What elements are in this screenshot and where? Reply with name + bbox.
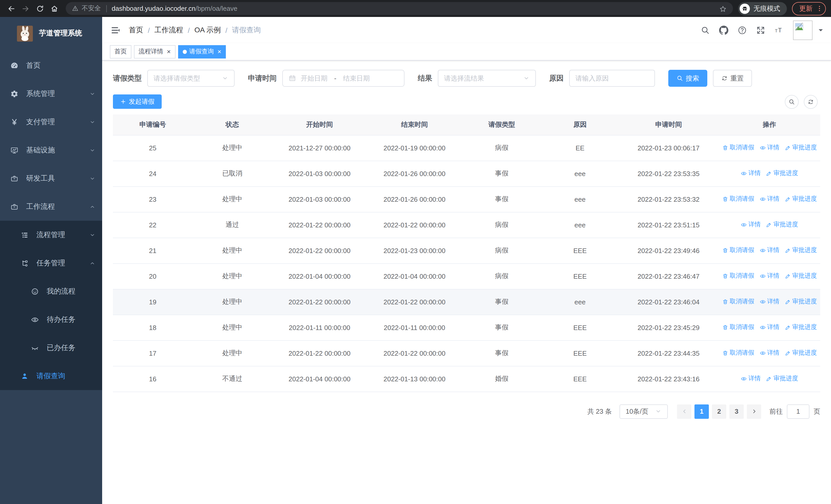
detail-action-link[interactable]: 详情 bbox=[741, 169, 761, 178]
close-icon[interactable]: × bbox=[218, 49, 221, 55]
table-cell: eee bbox=[542, 186, 619, 212]
reason-input[interactable] bbox=[575, 75, 649, 82]
refresh-table-button[interactable] bbox=[804, 95, 818, 109]
toggle-search-button[interactable] bbox=[785, 95, 799, 109]
close-icon[interactable]: × bbox=[167, 49, 171, 55]
cancel-action-link[interactable]: 取消请假 bbox=[722, 144, 754, 152]
sidebar-item-system-management[interactable]: 系统管理 bbox=[0, 80, 102, 108]
progress-action-link[interactable]: 审批进度 bbox=[784, 246, 817, 255]
sidebar-item-payment-management[interactable]: 支付管理 bbox=[0, 108, 102, 136]
detail-action-link[interactable]: 详情 bbox=[741, 375, 761, 383]
address-bar[interactable]: 不安全 dashboard.yudao.iocoder.cn/bpm/oa/le… bbox=[66, 2, 733, 15]
sidebar-item-label: 任务管理 bbox=[36, 259, 65, 268]
tab-process-detail[interactable]: 流程详情× bbox=[134, 45, 175, 58]
detail-action-link[interactable]: 详情 bbox=[760, 297, 779, 306]
avatar[interactable] bbox=[793, 20, 812, 40]
table-cell: 2022-01-22 23:53:35 bbox=[619, 161, 719, 186]
fullscreen-icon[interactable] bbox=[756, 25, 765, 35]
progress-action-link[interactable]: 审批进度 bbox=[766, 375, 798, 383]
forward-icon[interactable] bbox=[22, 4, 30, 12]
hamburger-icon[interactable] bbox=[110, 25, 121, 35]
pen-icon bbox=[784, 196, 791, 202]
detail-action-link[interactable]: 详情 bbox=[760, 272, 779, 280]
page-size-select[interactable]: 10条/页 bbox=[620, 404, 668, 419]
cancel-action-link[interactable]: 取消请假 bbox=[722, 323, 754, 332]
table-cell: 2022-01-23 00:06:17 bbox=[619, 135, 719, 161]
progress-action-link[interactable]: 审批进度 bbox=[784, 144, 817, 152]
github-icon[interactable] bbox=[719, 25, 728, 35]
progress-action-link[interactable]: 审批进度 bbox=[766, 220, 798, 229]
breadcrumb-item-1[interactable]: 工作流程 bbox=[154, 25, 183, 35]
question-icon[interactable] bbox=[738, 25, 747, 35]
progress-action-link[interactable]: 审批进度 bbox=[784, 195, 817, 204]
bookmark-button[interactable] bbox=[719, 4, 727, 13]
detail-action-link[interactable]: 详情 bbox=[760, 349, 779, 357]
back-icon[interactable] bbox=[7, 4, 16, 12]
sidebar-item-todo-tasks[interactable]: 待办任务 bbox=[0, 305, 102, 334]
sidebar-item-process-management[interactable]: 流程管理 bbox=[0, 221, 102, 249]
pen-icon bbox=[766, 222, 772, 228]
goto-page-input[interactable] bbox=[787, 404, 809, 419]
page-2-button[interactable]: 2 bbox=[712, 404, 726, 419]
sidebar-item-task-management[interactable]: 任务管理 bbox=[0, 249, 102, 277]
reason-input-wrap bbox=[569, 70, 655, 87]
cancel-action-link[interactable]: 取消请假 bbox=[722, 349, 754, 357]
prev-page-button[interactable] bbox=[677, 404, 691, 419]
end-date-placeholder: 结束日期 bbox=[343, 73, 370, 83]
search-button[interactable]: 搜索 bbox=[668, 70, 707, 87]
search-icon bbox=[677, 75, 683, 82]
result-select[interactable]: 请选择流结果 bbox=[438, 70, 536, 87]
site-security[interactable]: 不安全 bbox=[72, 4, 101, 13]
home-icon[interactable] bbox=[50, 4, 58, 12]
chevron-down-icon bbox=[523, 75, 530, 82]
logo-row[interactable]: 芋道管理系统 bbox=[0, 21, 102, 46]
table-cell: 处理中 bbox=[193, 135, 272, 161]
progress-action-link[interactable]: 审批进度 bbox=[784, 297, 817, 306]
column-header: 开始时间 bbox=[272, 114, 367, 135]
page-3-button[interactable]: 3 bbox=[729, 404, 744, 419]
detail-action-link[interactable]: 详情 bbox=[760, 246, 779, 255]
detail-action-link[interactable]: 详情 bbox=[760, 144, 779, 152]
cancel-action-link[interactable]: 取消请假 bbox=[722, 246, 754, 255]
sidebar-item-infrastructure[interactable]: 基础设施 bbox=[0, 136, 102, 164]
sidebar-item-workflow[interactable]: 工作流程 bbox=[0, 192, 102, 221]
table-cell: EEE bbox=[542, 340, 619, 366]
progress-action-link[interactable]: 审批进度 bbox=[784, 272, 817, 280]
detail-action-link[interactable]: 详情 bbox=[760, 195, 779, 204]
create-leave-button[interactable]: 发起请假 bbox=[113, 94, 162, 109]
detail-action-link[interactable]: 详情 bbox=[760, 323, 779, 332]
reload-icon[interactable] bbox=[36, 4, 44, 12]
caret-down-icon[interactable] bbox=[819, 29, 823, 33]
table-cell: 2022-01-22 23:46:47 bbox=[619, 263, 719, 289]
cancel-action-link[interactable]: 取消请假 bbox=[722, 297, 754, 306]
trash-icon bbox=[722, 299, 728, 305]
sidebar-item-my-process[interactable]: 我的流程 bbox=[0, 277, 102, 305]
more-dots-icon[interactable] bbox=[815, 5, 823, 12]
date-range-picker[interactable]: 开始日期 - 结束日期 bbox=[282, 70, 404, 87]
leave-type-select[interactable]: 请选择请假类型 bbox=[147, 70, 235, 87]
cancel-action-link[interactable]: 取消请假 bbox=[722, 272, 754, 280]
search-icon[interactable] bbox=[700, 25, 710, 35]
progress-action-link[interactable]: 审批进度 bbox=[766, 169, 798, 178]
update-chip[interactable]: 更新 bbox=[792, 2, 826, 15]
sidebar-item-dev-tools[interactable]: 研发工具 bbox=[0, 164, 102, 192]
progress-action-link[interactable]: 审批进度 bbox=[784, 349, 817, 357]
tab-leave-query[interactable]: 请假查询× bbox=[178, 45, 226, 58]
breadcrumb-item-2[interactable]: OA 示例 bbox=[195, 25, 221, 35]
breadcrumb-item-0[interactable]: 首页 bbox=[129, 25, 143, 35]
sidebar-item-home[interactable]: 首页 bbox=[0, 51, 102, 80]
tab-home[interactable]: 首页 bbox=[110, 45, 132, 58]
table-toolbar: 发起请假 bbox=[113, 94, 820, 109]
table-cell: eee bbox=[542, 161, 619, 186]
cancel-action-label: 取消请假 bbox=[729, 297, 754, 306]
next-page-button[interactable] bbox=[747, 404, 761, 419]
page-1-button[interactable]: 1 bbox=[694, 404, 709, 419]
sidebar-item-done-tasks[interactable]: 已办任务 bbox=[0, 334, 102, 362]
eye-icon bbox=[760, 273, 766, 279]
detail-action-link[interactable]: 详情 bbox=[741, 220, 761, 229]
cancel-action-link[interactable]: 取消请假 bbox=[722, 195, 754, 204]
font-size-icon[interactable] bbox=[775, 25, 784, 35]
progress-action-link[interactable]: 审批进度 bbox=[784, 323, 817, 332]
sidebar-item-leave-query[interactable]: 请假查询 bbox=[0, 362, 102, 390]
reset-button[interactable]: 重置 bbox=[713, 70, 752, 87]
